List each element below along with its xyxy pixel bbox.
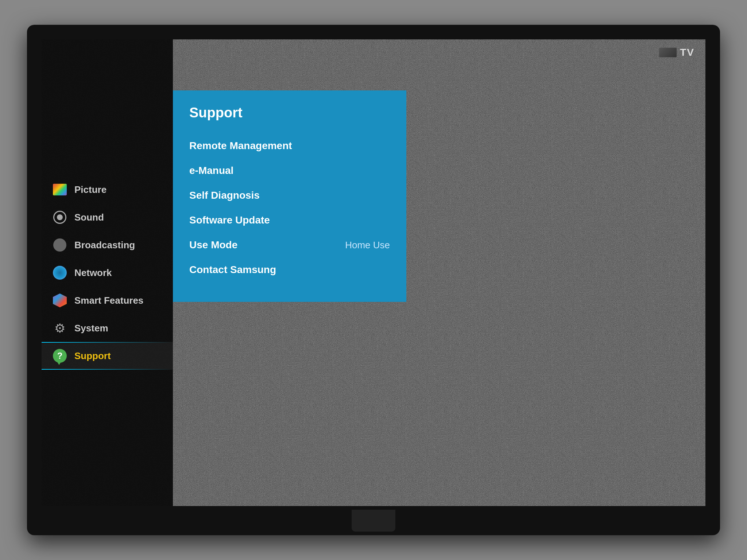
support-panel-title: Support (189, 105, 390, 121)
tv-frame: TV Picture Sound (27, 25, 720, 535)
picture-label: Picture (74, 184, 107, 195)
tv-logo-box (659, 47, 677, 58)
sidebar-item-system[interactable]: ⚙ System (42, 314, 173, 342)
broadcasting-icon (53, 238, 67, 252)
support-remote-management[interactable]: Remote Management (189, 133, 390, 158)
software-update-label: Software Update (189, 214, 270, 226)
support-label: Support (74, 350, 111, 362)
smart-features-icon (53, 293, 67, 308)
system-label: System (74, 323, 108, 334)
sidebar-item-smart-features[interactable]: Smart Features (42, 287, 173, 314)
broadcasting-label: Broadcasting (74, 240, 135, 251)
support-e-manual[interactable]: e-Manual (189, 158, 390, 183)
sound-icon (53, 210, 67, 225)
system-icon: ⚙ (53, 321, 67, 335)
sound-label: Sound (74, 212, 104, 223)
use-mode-value: Home Use (345, 240, 390, 251)
sidebar: Picture Sound Broadcasting (42, 39, 173, 506)
network-label: Network (74, 267, 112, 279)
contact-samsung-label: Contact Samsung (189, 264, 276, 276)
tv-stand (352, 510, 395, 532)
picture-icon (53, 182, 67, 197)
support-panel: Support Remote Management e-Manual Self … (173, 90, 406, 302)
tv-label: TV (659, 47, 694, 58)
support-self-diagnosis[interactable]: Self Diagnosis (189, 183, 390, 208)
tv-screen: TV Picture Sound (42, 39, 705, 506)
self-diagnosis-label: Self Diagnosis (189, 190, 260, 201)
sidebar-item-picture[interactable]: Picture (42, 176, 173, 203)
sidebar-item-network[interactable]: Network (42, 259, 173, 287)
e-manual-label: e-Manual (189, 165, 233, 176)
support-use-mode[interactable]: Use Mode Home Use (189, 233, 390, 257)
support-software-update[interactable]: Software Update (189, 208, 390, 233)
sidebar-item-sound[interactable]: Sound (42, 203, 173, 231)
support-icon: ? (53, 349, 67, 363)
sidebar-item-broadcasting[interactable]: Broadcasting (42, 231, 173, 259)
tv-brand-label: TV (680, 47, 694, 58)
sidebar-item-support[interactable]: ? Support (42, 342, 173, 370)
use-mode-label: Use Mode (189, 239, 237, 251)
remote-management-label: Remote Management (189, 140, 292, 152)
support-contact-samsung[interactable]: Contact Samsung (189, 257, 390, 282)
network-icon (53, 265, 67, 280)
smart-features-label: Smart Features (74, 295, 143, 306)
